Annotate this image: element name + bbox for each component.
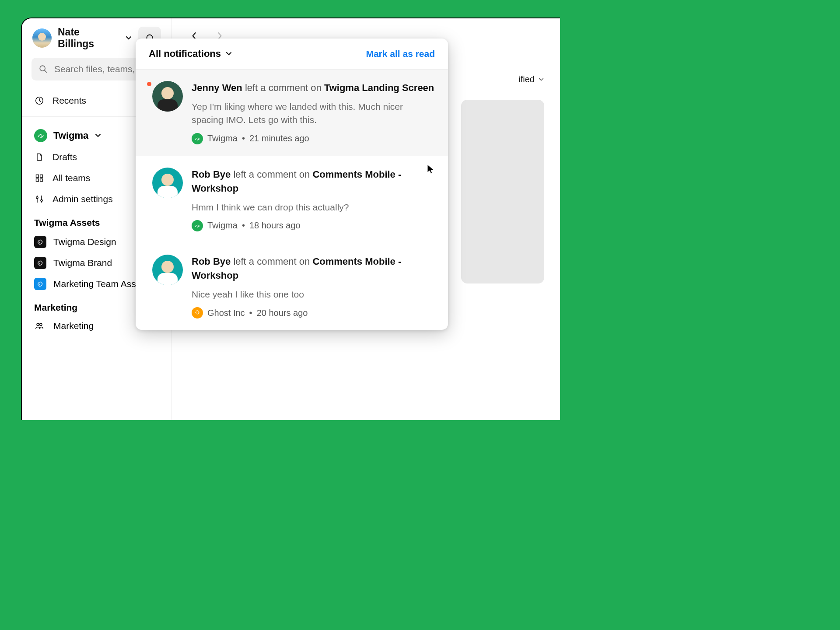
- svg-rect-2: [36, 175, 39, 178]
- clock-icon: [34, 96, 45, 105]
- notification-avatar: [152, 255, 183, 285]
- notifications-filter[interactable]: All notifications: [149, 48, 232, 60]
- notification-item[interactable]: Jenny Wen left a comment on Twigma Landi…: [136, 70, 448, 156]
- notification-text: Hmm I think we can drop this actually?: [192, 201, 435, 214]
- notification-avatar: [152, 168, 183, 198]
- pen-icon: [34, 257, 46, 269]
- asset-label: Twigma Brand: [53, 258, 112, 268]
- notification-title: Jenny Wen left a comment on Twigma Landi…: [192, 81, 435, 95]
- sort-label-text: ified: [518, 74, 535, 84]
- workspace-badge-icon: [192, 307, 203, 318]
- notification-meta: Twigma • 21 minutes ago: [192, 133, 435, 144]
- filter-label: All notifications: [149, 48, 221, 60]
- file-thumbnail[interactable]: [461, 100, 544, 284]
- chevron-down-icon: [125, 35, 132, 42]
- user-name: Nate Billings: [58, 26, 118, 50]
- notification-text: Yep I'm liking where we landed with this…: [192, 100, 435, 127]
- people-icon: [34, 322, 46, 330]
- workspace-badge-icon: [192, 220, 203, 231]
- notification-item[interactable]: Rob Bye left a comment on Comments Mobil…: [136, 156, 448, 243]
- nav-label: Drafts: [52, 152, 77, 162]
- svg-point-7: [41, 200, 42, 201]
- sort-dropdown[interactable]: ified: [518, 74, 544, 84]
- team-name: Twigma: [53, 130, 88, 141]
- search-icon: [38, 64, 48, 74]
- user-avatar: [32, 28, 52, 48]
- chevron-down-icon: [94, 132, 102, 139]
- svg-point-12: [40, 323, 42, 326]
- grid-icon: [34, 174, 45, 182]
- sliders-icon: [34, 195, 45, 203]
- file-icon: [34, 152, 45, 162]
- svg-rect-4: [36, 179, 39, 182]
- svg-rect-3: [40, 175, 43, 178]
- notification-body: Rob Bye left a comment on Comments Mobil…: [192, 168, 435, 231]
- notifications-panel: All notifications Mark all as read Jenny…: [136, 38, 448, 330]
- nav-label: Recents: [52, 95, 86, 106]
- svg-point-6: [36, 197, 38, 199]
- notifications-header: All notifications Mark all as read: [136, 38, 448, 70]
- notification-body: Rob Bye left a comment on Comments Mobil…: [192, 255, 435, 318]
- nav-label: Admin settings: [52, 194, 113, 204]
- notification-avatar: [152, 81, 183, 112]
- notification-title: Rob Bye left a comment on Comments Mobil…: [192, 168, 435, 196]
- svg-point-10: [39, 284, 40, 285]
- unread-dot-icon: [147, 82, 151, 86]
- pen-icon: [34, 236, 46, 248]
- cursor-icon: [427, 164, 435, 175]
- notification-text: Nice yeah I like this one too: [192, 288, 435, 301]
- svg-rect-5: [40, 179, 43, 182]
- chevron-down-icon: [225, 50, 232, 57]
- notification-meta: Ghost Inc • 20 hours ago: [192, 307, 435, 318]
- notification-item[interactable]: Rob Bye left a comment on Comments Mobil…: [136, 243, 448, 330]
- team-badge-icon: [34, 129, 47, 142]
- svg-point-9: [39, 263, 40, 264]
- asset-label: Marketing Team Assets: [53, 279, 148, 289]
- notification-meta: Twigma • 18 hours ago: [192, 220, 435, 231]
- svg-point-8: [39, 242, 40, 243]
- asset-label: Marketing: [53, 321, 94, 331]
- nav-label: All teams: [52, 173, 90, 183]
- pen-icon: [34, 278, 46, 290]
- notification-body: Jenny Wen left a comment on Twigma Landi…: [192, 81, 435, 144]
- chevron-down-icon: [538, 77, 544, 83]
- asset-label: Twigma Design: [53, 237, 116, 247]
- svg-point-11: [37, 323, 39, 326]
- mark-all-read-button[interactable]: Mark all as read: [366, 49, 435, 59]
- notification-title: Rob Bye left a comment on Comments Mobil…: [192, 255, 435, 283]
- workspace-badge-icon: [192, 133, 203, 144]
